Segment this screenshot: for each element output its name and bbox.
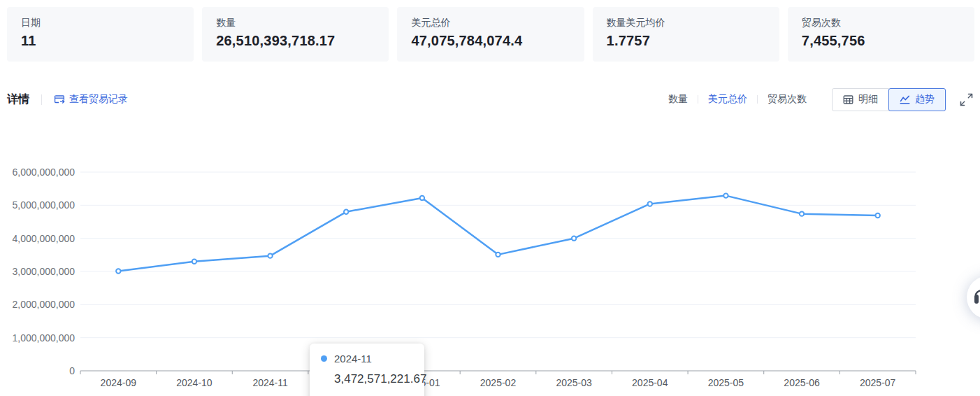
svg-text:0: 0: [69, 365, 75, 376]
trend-line-chart[interactable]: 01,000,000,0002,000,000,0003,000,000,000…: [0, 0, 980, 396]
svg-text:3,000,000,000: 3,000,000,000: [12, 266, 75, 277]
svg-text:2025-05: 2025-05: [708, 377, 744, 388]
trade-dashboard: 日期 11 数量 26,510,393,718.17 美元总价 47,075,7…: [0, 0, 980, 396]
svg-text:2025-03: 2025-03: [556, 377, 592, 388]
svg-text:5,000,000,000: 5,000,000,000: [12, 199, 75, 211]
svg-text:2025-04: 2025-04: [632, 377, 668, 388]
svg-text:6,000,000,000: 6,000,000,000: [12, 167, 75, 178]
svg-text:1,000,000,000: 1,000,000,000: [12, 332, 75, 344]
series-dot-icon: [321, 355, 327, 362]
svg-text:2024-10: 2024-10: [176, 377, 212, 388]
headset-icon: [973, 288, 980, 307]
svg-text:2024-09: 2024-09: [101, 377, 137, 388]
svg-text:2,000,000,000: 2,000,000,000: [12, 299, 75, 310]
svg-text:2025-07: 2025-07: [860, 377, 896, 388]
chart-tooltip: 2024-11 3,472,571,221.67: [310, 344, 424, 396]
svg-text:2025-06: 2025-06: [784, 377, 820, 388]
svg-text:2024-11: 2024-11: [252, 377, 288, 388]
tooltip-value: 3,472,571,221.67: [321, 372, 413, 386]
svg-text:4,000,000,000: 4,000,000,000: [12, 233, 75, 244]
svg-text:2025-02: 2025-02: [480, 377, 517, 388]
tooltip-title: 2024-11: [334, 353, 372, 365]
